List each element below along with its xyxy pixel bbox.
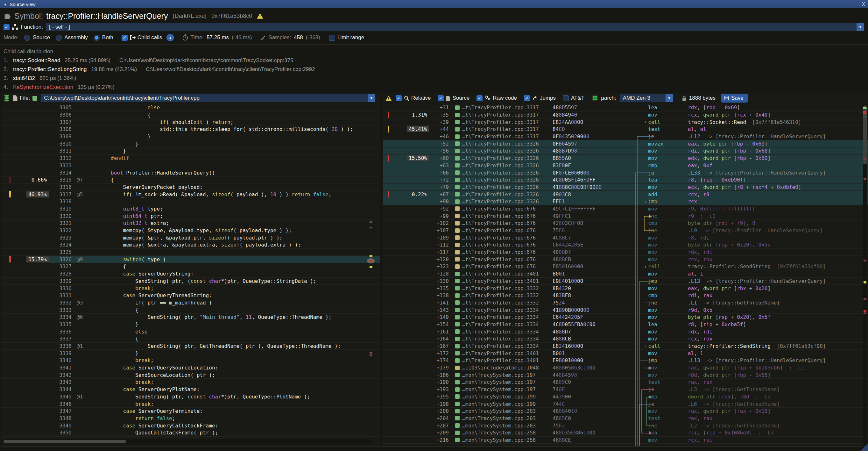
asm-source-location[interactable]: …t\TracyProfiler.cpp:3326 (460, 170, 553, 176)
source-line-row[interactable]: 3339 } (1, 350, 380, 357)
asm-mnemonic[interactable]: mov (648, 329, 688, 335)
source-line-row[interactable]: 3306 { (1, 112, 380, 119)
asm-mnemonic[interactable]: je (648, 133, 688, 140)
asm-mnemonic[interactable]: cmp (648, 394, 688, 400)
source-line-row[interactable]: 3330 break; (1, 285, 380, 292)
source-line-row[interactable]: 3328 case ServerQueryString: (1, 270, 380, 278)
source-line-row[interactable]: 3327 { (1, 263, 380, 270)
asm-source-location[interactable]: …t\TracyProfiler.cpp:3334 (460, 321, 553, 327)
source-line-row[interactable]: 3324 memcpy( &extra, &payload.extra, siz… (1, 241, 380, 249)
child-call-item[interactable]: 1. tracy::Socket::Read 25.25 ms (54.89%)… (3, 56, 868, 65)
asm-source-location[interactable]: …mon\TracySystem.cpp:199 (460, 401, 553, 407)
asm-mnemonic[interactable]: lea (648, 430, 688, 436)
asm-mnemonic[interactable]: call (648, 263, 688, 269)
asm-row[interactable]: +154 …t\TracyProfiler.cpp:3334 4C8D055FB… (383, 321, 868, 328)
asm-row[interactable]: +164 …t\TracyProfiler.cpp:3334 488BCB mo… (383, 335, 868, 343)
asm-source-location[interactable]: …t\TracyProfiler.cpp:3326 (460, 141, 553, 147)
source-line-row[interactable]: 3305 else (1, 104, 380, 112)
asm-row[interactable]: 0.22% +87 …t\TracyProfiler.cpp:3326 4903… (383, 191, 868, 198)
asm-row[interactable]: +66 …t\TracyProfiler.cpp:3326 0F87CE0600… (383, 169, 868, 176)
asm-row[interactable]: +90 …t\TracyProfiler.cpp:3326 FFE1 ‹ jmp… (383, 198, 868, 205)
asm-row[interactable]: +92 …t\TracyProfiler.hpp:676 49C7C1FFFFF… (383, 205, 868, 213)
asm-row[interactable]: +195 …mon\TracySystem.cpp:199 443900 cmp… (383, 393, 868, 401)
asm-row[interactable]: +141 …t\TracyProfiler.cpp:3332 7524 jne … (383, 299, 868, 307)
jumps-toggle[interactable]: ✓ Jumps (524, 95, 556, 101)
asm-row[interactable]: +52 …t\TracyProfiler.cpp:3326 0FB64597 m… (383, 140, 868, 147)
asm-source-location[interactable]: …t\TracyProfiler.cpp:3317 (460, 126, 553, 132)
asm-mnemonic[interactable]: jne (648, 423, 688, 429)
source-line-row[interactable]: 3350 QueueCallstackFrame( ptr ); (1, 429, 380, 437)
asm-row[interactable]: +99 …t\TracyProfiler.hpp:676 49FFC1 inc … (383, 212, 868, 220)
asm-mnemonic[interactable]: mov (648, 336, 688, 342)
asm-mnemonic[interactable]: mov (648, 307, 688, 313)
asm-row[interactable]: +31 …t\TracyProfiler.cpp:3317 488D5597 l… (383, 104, 868, 112)
asm-mnemonic[interactable]: call (648, 343, 688, 349)
asm-mnemonic[interactable]: mov (648, 148, 688, 154)
asm-source-location[interactable]: …t\TracyProfiler.cpp:3326 (460, 162, 553, 169)
asm-source-location[interactable]: …t\TracyProfiler.cpp:3317 (460, 112, 553, 118)
asm-source-location[interactable]: …t\TracyProfiler.hpp:676 (460, 206, 553, 212)
asm-mnemonic[interactable]: mov (648, 184, 688, 190)
asm-row[interactable]: +120 …t\TracyProfiler.hpp:676 488BCB mov… (383, 256, 868, 263)
source-line-row[interactable]: 3332 @3 if( ptr == m_mainThread ) (1, 299, 380, 307)
asm-mnemonic[interactable]: cmp (648, 292, 688, 298)
limit-range-label[interactable]: Limit range (337, 34, 364, 41)
asm-row[interactable]: +56 …t\TracyProfiler.cpp:3326 488B7D98 m… (383, 147, 868, 155)
asm-mnemonic[interactable]: jmp (648, 278, 688, 284)
asm-source-location[interactable]: …mon\TracySystem.cpp:203 (460, 408, 553, 414)
asm-row[interactable]: +207 …mon\TracySystem.cpp:203 75F2 jne .… (383, 422, 868, 429)
asm-source-location[interactable]: …t\TracyProfiler.cpp:3326 (460, 184, 553, 190)
asm-source-location[interactable]: …mon\TracySystem.cpp:203 (460, 415, 553, 421)
asm-mnemonic[interactable]: cmp (648, 162, 688, 169)
close-icon[interactable]: X (862, 2, 865, 7)
asm-row[interactable]: +190 …mon\TracySystem.cpp:197 4885C0 tes… (383, 379, 868, 386)
asm-row[interactable]: 45.41% +44 …t\TracyProfiler.cpp:3317 84C… (383, 126, 868, 133)
asm-mnemonic[interactable]: mov (648, 257, 688, 263)
asm-mnemonic[interactable]: cmp (648, 220, 688, 226)
radio-assembly-label[interactable]: Assembly (64, 34, 88, 41)
collapse-child-calls-button[interactable]: ▲ (166, 34, 174, 41)
asm-source-location[interactable]: …t\TracyProfiler.cpp:3334 (460, 336, 553, 342)
asm-mnemonic[interactable]: jne (648, 300, 688, 306)
source-line-row[interactable]: 3336 else (1, 328, 380, 335)
asm-row[interactable]: 15.50% +60 …t\TracyProfiler.cpp:3326 8B5… (383, 155, 868, 162)
source-line-row[interactable]: 3333 { (1, 306, 380, 314)
asm-row[interactable]: +112 …t\TracyProfiler.hpp:676 C64424205E… (383, 241, 868, 249)
asm-mnemonic[interactable]: test (648, 415, 688, 421)
asm-row[interactable]: +186 …mon\TracySystem.cpp:197 448B4598 m… (383, 371, 868, 379)
source-line-row[interactable]: 3338 @1 SendString( ptr, GetThreadName( … (1, 343, 380, 350)
asm-row[interactable]: +167 …t\TracyProfiler.cpp:3334 E82416000… (383, 343, 868, 350)
asm-mnemonic[interactable]: jmp (648, 199, 688, 205)
radio-assembly[interactable] (56, 35, 62, 41)
raw-code-toggle[interactable]: ✓ Raw code (476, 95, 517, 101)
asm-source-location[interactable]: …1103\include\atomic:1048 (460, 365, 553, 371)
asm-mnemonic[interactable]: lea (648, 104, 688, 111)
asm-source-location[interactable]: …mon\TracySystem.cpp:203 (460, 423, 553, 429)
asm-row[interactable]: +39 …t\TracyProfiler.cpp:3317 E824AA0000… (383, 119, 868, 126)
child-call-item[interactable]: 4. KeSynchronizeExecution 125 µs (0.27%) (3, 83, 868, 92)
resize-grip[interactable] (861, 444, 868, 451)
asm-source-location[interactable]: …t\TracyProfiler.cpp:3401 (460, 357, 553, 363)
source-line-row[interactable]: 3320 uint64_t ptr; (1, 212, 380, 220)
source-line-row[interactable]: 3341 case ServerQuerySourceLocation: (1, 364, 380, 372)
asm-source-location[interactable]: …mon\TracySystem.cpp:197 (460, 379, 553, 385)
asm-source-location[interactable]: …t\TracyProfiler.cpp:3317 (460, 104, 553, 111)
child-call-item[interactable]: 3. stat64i32 625 µs (1.36%) (3, 74, 868, 83)
function-checkbox[interactable]: ✓ (3, 24, 9, 30)
asm-row[interactable]: +172 …t\TracyProfiler.cpp:3401 B001 mov … (383, 350, 868, 357)
asm-row[interactable]: +193 …mon\TracySystem.cpp:197 740E je .L… (383, 386, 868, 393)
source-line-row[interactable]: 3318 (1, 198, 380, 205)
collapse-triangle-icon[interactable]: ▼ (3, 3, 7, 6)
source-line-row[interactable]: 3325 (1, 249, 380, 256)
asm-mnemonic[interactable]: mov (648, 372, 688, 378)
asm-mnemonic[interactable]: lea (648, 321, 688, 327)
asm-row[interactable]: +72 …t\TracyProfiler.cpp:3326 4C8D05F146… (383, 176, 868, 184)
chevron-down-icon[interactable]: ▼ (665, 94, 673, 102)
asm-row[interactable]: +117 …t\TracyProfiler.hpp:676 488BD7 mov… (383, 249, 868, 256)
asm-mnemonic[interactable]: mov (648, 285, 688, 292)
asm-source-location[interactable]: …t\TracyProfiler.cpp:3326 (460, 155, 553, 161)
source-line-row[interactable]: 3334 @6 SendString( ptr, "Main thread", … (1, 314, 380, 321)
asm-source-location[interactable]: …t\TracyProfiler.hpp:676 (460, 235, 553, 241)
asm-mnemonic[interactable]: lea (648, 177, 688, 183)
asm-mnemonic[interactable]: mov (648, 242, 688, 248)
